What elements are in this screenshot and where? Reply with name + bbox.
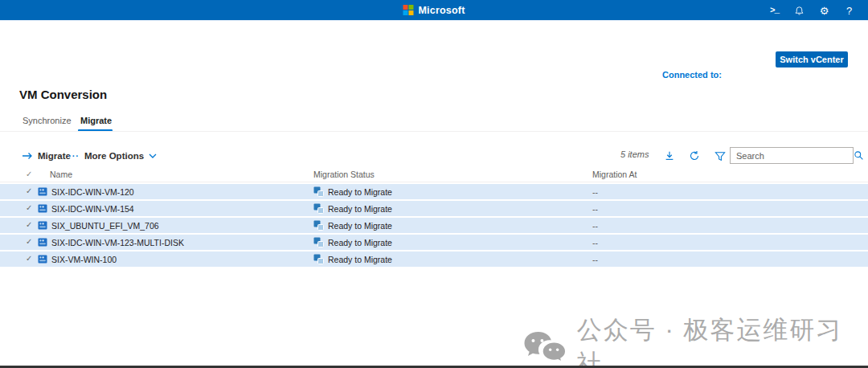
migration-at-value: -- bbox=[592, 221, 598, 231]
vm-icon bbox=[38, 221, 47, 230]
ellipsis-icon: ··· bbox=[68, 151, 80, 161]
microsoft-logo-icon bbox=[403, 5, 413, 15]
cloud-shell-icon[interactable]: >_ bbox=[762, 0, 787, 21]
table-row[interactable]: ✓ SIX-IDC-WIN-VM-120 Ready to Migrate -- bbox=[0, 184, 868, 199]
row-check-icon[interactable]: ✓ bbox=[26, 220, 32, 229]
arrow-right-icon bbox=[22, 151, 33, 161]
row-check-icon[interactable]: ✓ bbox=[26, 203, 32, 212]
vm-icon bbox=[38, 204, 47, 213]
migration-status-icon bbox=[313, 237, 324, 247]
items-count-label: 5 items bbox=[620, 149, 649, 159]
migration-at-value: -- bbox=[592, 187, 598, 197]
wechat-icon bbox=[522, 330, 567, 364]
topbar-icon-group: >_ ⚙ ? bbox=[762, 0, 862, 21]
notifications-bell-icon[interactable] bbox=[787, 0, 812, 21]
row-check-icon[interactable]: ✓ bbox=[26, 186, 32, 195]
more-options-label: More Options bbox=[84, 151, 144, 161]
table-row[interactable]: ✓ SIX-IDC-WIN-VM-154 Ready to Migrate -- bbox=[0, 201, 868, 216]
migration-status-text: Ready to Migrate bbox=[328, 187, 392, 197]
row-check-icon[interactable]: ✓ bbox=[26, 254, 32, 263]
vm-icon bbox=[38, 255, 47, 264]
settings-gear-icon[interactable]: ⚙ bbox=[812, 0, 837, 21]
migration-status-text: Ready to Migrate bbox=[328, 221, 392, 231]
tab-bar: Synchronize Migrate bbox=[0, 116, 868, 132]
more-options-button[interactable]: ··· More Options bbox=[68, 147, 157, 165]
migration-status-icon bbox=[313, 186, 324, 197]
search-input[interactable] bbox=[731, 151, 854, 161]
toolbar: Migrate ··· More Options 5 items bbox=[0, 147, 868, 165]
table-row[interactable]: ✓ SIX_UBUNTU_EFI_VM_706 Ready to Migrate… bbox=[0, 218, 868, 233]
migration-at-value: -- bbox=[592, 204, 598, 214]
tab-synchronize[interactable]: Synchronize bbox=[23, 116, 72, 125]
chevron-down-icon bbox=[149, 153, 157, 158]
table-row[interactable]: ✓ SIX-VM-WIN-100 Ready to Migrate -- bbox=[0, 251, 868, 267]
search-magnifier-icon[interactable] bbox=[854, 150, 864, 161]
microsoft-brand[interactable]: Microsoft bbox=[403, 5, 465, 16]
filter-icon[interactable] bbox=[712, 148, 728, 164]
migration-status-text: Ready to Migrate bbox=[328, 238, 392, 247]
brand-text: Microsoft bbox=[418, 5, 465, 16]
vm-name: SIX-VM-WIN-100 bbox=[51, 255, 117, 264]
table-row[interactable]: ✓ SIX-IDC-WIN-VM-123-MULTI-DISK Ready to… bbox=[0, 235, 868, 250]
vm-name: SIX-IDC-WIN-VM-123-MULTI-DISK bbox=[51, 238, 184, 247]
watermark: 公众号 · 极客运维研习社 bbox=[522, 313, 868, 368]
select-all-check-icon[interactable]: ✓ bbox=[26, 170, 32, 178]
switch-vcenter-button[interactable]: Switch vCenter bbox=[776, 51, 848, 67]
migrate-button-label: Migrate bbox=[38, 151, 71, 161]
vm-icon bbox=[38, 238, 47, 247]
column-header-migration-status[interactable]: Migration Status bbox=[313, 170, 375, 179]
vm-name: SIX_UBUNTU_EFI_VM_706 bbox=[51, 221, 159, 231]
column-header-migration-at[interactable]: Migration At bbox=[592, 170, 637, 179]
vm-name: SIX-IDC-WIN-VM-154 bbox=[51, 204, 134, 214]
migration-at-value: -- bbox=[592, 255, 598, 264]
tab-migrate[interactable]: Migrate bbox=[80, 116, 112, 125]
search-box bbox=[730, 147, 854, 164]
table-body: ✓ SIX-IDC-WIN-VM-120 Ready to Migrate --… bbox=[0, 184, 868, 268]
migration-status-icon bbox=[313, 203, 324, 214]
top-bar: Microsoft >_ ⚙ ? bbox=[0, 0, 868, 21]
watermark-text: 公众号 · 极客运维研习社 bbox=[577, 313, 868, 368]
page-title: VM Conversion bbox=[19, 88, 107, 101]
help-icon[interactable]: ? bbox=[837, 0, 862, 21]
vm-name: SIX-IDC-WIN-VM-120 bbox=[51, 187, 134, 197]
connected-to-label: Connected to: bbox=[662, 70, 722, 80]
row-check-icon[interactable]: ✓ bbox=[26, 237, 32, 246]
tabs-divider bbox=[0, 131, 868, 132]
vm-icon bbox=[38, 187, 47, 196]
column-header-name[interactable]: Name bbox=[50, 170, 72, 179]
migrate-button[interactable]: Migrate bbox=[22, 147, 71, 165]
table-header-row: ✓ Name Migration Status Migration At bbox=[0, 167, 868, 182]
migration-status-text: Ready to Migrate bbox=[328, 204, 392, 214]
migration-status-text: Ready to Migrate bbox=[328, 255, 392, 264]
migration-status-icon bbox=[313, 220, 324, 231]
migration-at-value: -- bbox=[592, 238, 598, 247]
download-icon[interactable] bbox=[661, 148, 678, 164]
refresh-icon[interactable] bbox=[686, 148, 702, 164]
migration-status-icon bbox=[313, 254, 324, 264]
